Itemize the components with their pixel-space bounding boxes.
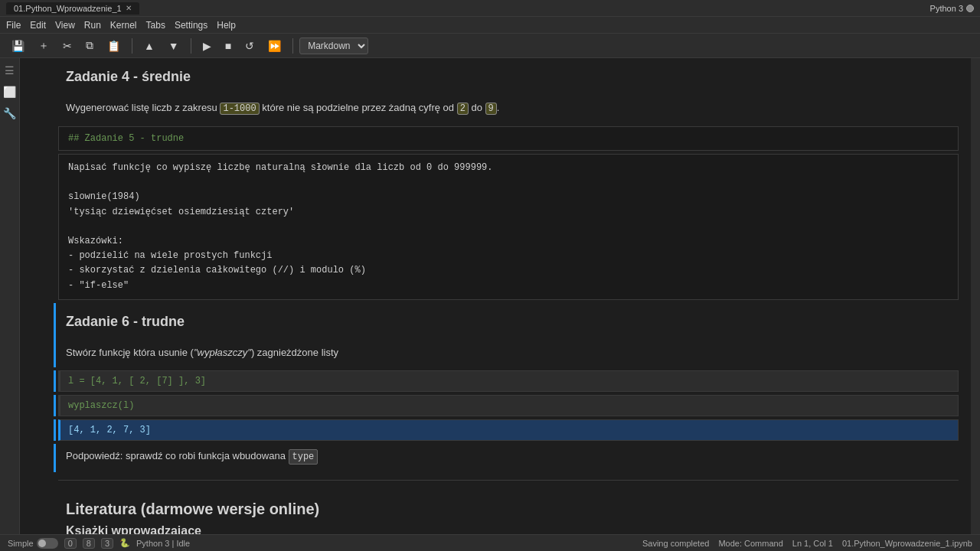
toolbar: 💾 ＋ ✂ ⧉ 📋 ▲ ▼ ▶ ■ ↺ ⏩ Markdown: [0, 34, 980, 58]
run-button[interactable]: ▶: [198, 37, 217, 54]
filename-status: 01.Python_Wprowadzenie_1.ipynb: [842, 539, 972, 548]
status-num2: 8: [83, 538, 95, 549]
main-layout: ☰ ⬜ 🔧 Zadanie 4 - średnie Wygenerować li…: [0, 58, 980, 534]
cell-zadanie6-code1: l = [4, 1, [ 2, [7] ], 3]: [20, 370, 971, 392]
zadanie4-description: Wygenerować listę liczb z zakresu 1-1000…: [66, 100, 956, 116]
cursor-position: Ln 1, Col 1: [792, 539, 833, 548]
restart-run-button[interactable]: ⏩: [263, 37, 286, 54]
zadanie6-heading-content: Zadanie 6 - trudne: [20, 303, 971, 341]
move-up-button[interactable]: ▲: [139, 37, 160, 54]
move-down-button[interactable]: ▼: [163, 37, 185, 54]
zadanie6-text: Stwórz funkcję która usunie ("wypłaszczy…: [66, 347, 338, 358]
notebook-tab[interactable]: 01.Python_Wprowadzenie_1 ✕: [6, 2, 139, 15]
cell-zadanie5-code: ## Zadanie 5 - trudne: [20, 126, 971, 151]
menu-tabs[interactable]: Tabs: [146, 20, 165, 31]
cell-left-bar-10: [54, 488, 56, 534]
sidebar-toc-icon[interactable]: ☰: [3, 63, 16, 78]
status-left: Simple 0 8 3 🐍 Python 3 | Idle: [8, 538, 190, 549]
command-mode: Mode: Command: [718, 539, 782, 548]
zadanie4-num1: 2: [457, 103, 469, 115]
cell-left-bar-8: [54, 419, 56, 441]
zadanie4-heading: Zadanie 4 - średnie: [66, 69, 956, 85]
cell-type-select[interactable]: Markdown: [299, 37, 368, 54]
zadanie5-md-content: Napisać funkcję co wypiszę liczbę natura…: [58, 154, 959, 300]
menu-edit[interactable]: Edit: [30, 20, 46, 31]
python-kernel-status: Python 3 | Idle: [136, 539, 190, 548]
zadanie6-hint: Podpowiedź: sprawdź co robi funkcja wbud…: [66, 448, 956, 465]
menu-settings[interactable]: Settings: [175, 20, 207, 31]
status-num1: 0: [64, 538, 77, 549]
toggle-track: [37, 538, 58, 549]
hint-text: Podpowiedź: sprawdź co robi funkcja wbud…: [66, 450, 289, 461]
zadanie6-text-content: Stwórz funkcję która usunie ("wypłaszczy…: [20, 341, 971, 368]
zadanie6-hint-content: Podpowiedź: sprawdź co robi funkcja wbud…: [20, 444, 971, 472]
zadanie4-text-before: Wygenerować listę liczb z zakresu: [66, 102, 220, 113]
zadanie6-heading: Zadanie 6 - trudne: [66, 314, 956, 330]
zadanie6-code1: l = [4, 1, [ 2, [7] ], 3]: [58, 370, 959, 392]
cell-zadanie4-heading: Zadanie 4 - średnie: [20, 58, 971, 96]
toolbar-separator-3: [292, 38, 293, 54]
cell-zadanie6-hint: Podpowiedź: sprawdź co robi funkcja wbud…: [20, 444, 971, 472]
status-right: Saving completed Mode: Command Ln 1, Col…: [642, 539, 972, 548]
copy-cell-button[interactable]: ⧉: [80, 37, 99, 54]
scrollbar-right[interactable]: [971, 58, 980, 534]
sidebar-extensions-icon[interactable]: 🔧: [2, 106, 18, 121]
tab-label: 01.Python_Wprowadzenie_1: [14, 4, 122, 13]
menu-help[interactable]: Help: [217, 20, 236, 31]
cell-left-bar-6: [54, 370, 56, 392]
cell-left-bar-7: [54, 395, 56, 416]
cell-zadanie6-text: Stwórz funkcję która usunie ("wypłaszczy…: [20, 341, 971, 368]
zadanie4-text-content: Wygenerować listę liczb z zakresu 1-1000…: [20, 96, 971, 123]
cell-zadanie6-code3: [4, 1, 2, 7, 3]: [20, 419, 971, 441]
zadanie4-range: 1-1000: [220, 103, 259, 115]
ksiazki-intro-heading: Książki wprowadzające: [66, 524, 956, 534]
cell-left-bar-9: [54, 444, 56, 472]
zadanie4-num2: 9: [485, 103, 497, 115]
cell-left-bar-3: [54, 126, 56, 151]
zadanie5-code-content: ## Zadanie 5 - trudne: [58, 126, 959, 151]
menu-view[interactable]: View: [55, 20, 75, 31]
stop-button[interactable]: ■: [220, 37, 237, 54]
section-divider: [58, 480, 959, 481]
cell-zadanie6-code2: wyplaszcz(l): [20, 395, 971, 416]
zadanie4-text-to: do: [469, 102, 485, 113]
simple-toggle[interactable]: Simple: [8, 538, 58, 549]
simple-label: Simple: [8, 539, 34, 548]
toggle-thumb: [38, 540, 46, 547]
close-tab-button[interactable]: ✕: [126, 4, 132, 12]
save-button[interactable]: 💾: [6, 37, 30, 54]
cell-left-bar-4: [54, 154, 56, 300]
add-cell-button[interactable]: ＋: [33, 37, 54, 55]
paste-cell-button[interactable]: 📋: [102, 37, 126, 54]
zadanie4-text-end: .: [497, 102, 500, 113]
cell-zadanie4-text: Wygenerować listę liczb z zakresu 1-1000…: [20, 96, 971, 123]
toolbar-separator-2: [191, 38, 191, 54]
toolbar-separator-1: [132, 38, 132, 54]
zadanie5-code-text: ## Zadanie 5 - trudne: [68, 133, 184, 144]
menu-file[interactable]: File: [6, 20, 21, 31]
menu-run[interactable]: Run: [84, 20, 101, 31]
title-bar: 01.Python_Wprowadzenie_1 ✕ Python 3: [0, 0, 980, 17]
cell-left-bar-5: [54, 341, 56, 368]
cell-left-bar-2: [54, 96, 56, 123]
cell-zadanie5-content: Napisać funkcję co wypiszę liczbę natura…: [20, 154, 971, 300]
cell-zadanie6-heading: Zadanie 6 - trudne: [20, 303, 971, 341]
cell-left-bar-active: [54, 303, 56, 341]
sidebar-icons: ☰ ⬜ 🔧: [0, 58, 20, 534]
status-bar: Simple 0 8 3 🐍 Python 3 | Idle Saving co…: [0, 534, 980, 551]
sidebar-search-icon[interactable]: ⬜: [2, 84, 18, 99]
python-version-icon: 🐍: [119, 538, 130, 548]
cut-cell-button[interactable]: ✂: [57, 37, 77, 54]
kernel-label: Python 3: [930, 4, 974, 13]
menu-kernel[interactable]: Kernel: [110, 20, 137, 31]
literatura-heading: Literatura (darmowe wersje online): [66, 500, 956, 518]
notebook-content[interactable]: Zadanie 4 - średnie Wygenerować listę li…: [20, 58, 971, 534]
kernel-status-circle: [966, 5, 974, 12]
literatura-content: Literatura (darmowe wersje online) Książ…: [20, 488, 971, 534]
status-num3: 3: [101, 538, 113, 549]
cell-literatura: Literatura (darmowe wersje online) Książ…: [20, 488, 971, 534]
zadanie6-code2: wyplaszcz(l): [58, 395, 959, 416]
zadanie6-description: Stwórz funkcję która usunie ("wypłaszczy…: [66, 345, 956, 360]
cell-left-bar: [54, 58, 56, 96]
restart-button[interactable]: ↺: [240, 37, 260, 54]
